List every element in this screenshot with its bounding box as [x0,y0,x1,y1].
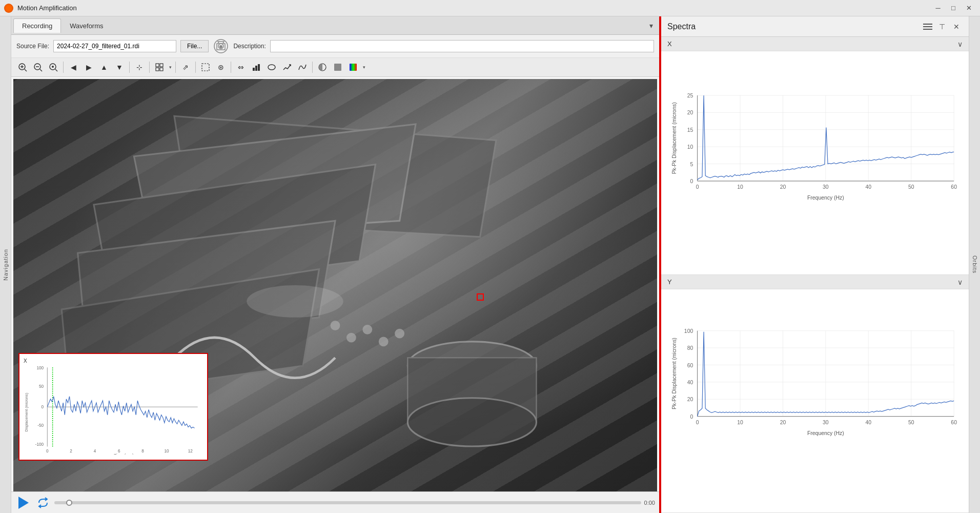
svg-text:100: 100 [36,366,44,370]
play-triangle-icon [18,497,29,509]
bar-chart-icon [252,63,261,72]
oval-button[interactable] [264,60,279,74]
select-icon [201,63,210,72]
zoom-fit-button[interactable] [46,60,60,74]
y-spectrum-svg: 0 20 40 60 80 100 0 10 20 30 40 50 60 [665,293,965,512]
time-label: 0:00 [644,500,655,506]
source-file-input[interactable] [53,40,176,52]
spectra-close-button[interactable]: ✕ [950,21,963,33]
svg-rect-20 [258,64,260,71]
pan-right-button[interactable]: ▶ [81,60,96,74]
svg-point-31 [379,337,389,346]
svg-text:10: 10 [164,449,169,453]
svg-text:12: 12 [188,449,193,453]
svg-text:10: 10 [737,420,743,425]
gray-icon [333,63,342,72]
toolbar-separator-6 [231,62,231,73]
svg-text:0: 0 [696,420,699,425]
progress-bar[interactable] [54,501,641,504]
file-button[interactable]: File... [180,40,209,52]
video-background: X 100 50 0 -50 -100 [13,79,657,491]
svg-text:40: 40 [865,420,871,425]
compass-button[interactable]: ⊛ [214,60,228,74]
trend-button[interactable] [280,60,294,74]
svg-text:15: 15 [687,127,693,133]
svg-text:-100: -100 [35,442,44,447]
heat-icon [349,63,358,72]
svg-line-6 [25,69,27,71]
svg-text:Pk-Pk Displacement (microns): Pk-Pk Displacement (microns) [671,338,677,409]
svg-text:30: 30 [823,184,829,190]
gray-button[interactable] [331,60,345,74]
x-chevron-icon[interactable]: ∨ [957,40,963,48]
camera-icon-button[interactable] [213,38,229,54]
heat-dropdown[interactable]: ▾ [361,60,366,74]
svg-rect-18 [253,68,255,71]
y-chart-group: Y ∨ [661,275,969,513]
nav-strip: Navigation [0,16,11,513]
select-button[interactable] [198,60,213,74]
pan-up-button[interactable]: ▲ [97,60,111,74]
svg-text:0: 0 [46,449,49,453]
maximize-button[interactable]: □ [946,3,961,14]
svg-point-11 [52,66,54,68]
curve-button[interactable] [295,60,310,74]
tab-waveforms[interactable]: Waveforms [61,18,112,33]
svg-text:0: 0 [690,414,693,420]
close-button[interactable]: ✕ [962,3,976,14]
grid-button[interactable] [152,60,167,74]
toolbar-separator-2 [129,62,130,73]
svg-text:2: 2 [70,449,72,453]
video-container: X 100 50 0 -50 -100 [13,79,657,491]
play-button[interactable] [15,495,32,511]
source-file-label: Source File: [16,43,49,50]
svg-point-29 [346,333,356,343]
right-nav-strip: Orbits [969,16,980,513]
arrow-button[interactable]: ⇗ [178,60,193,74]
pin-button[interactable]: ⊹ [132,60,147,74]
inset-chart-area: 100 50 0 -50 -100 0 2 4 6 8 10 [24,365,203,455]
zoom-in-button[interactable] [15,60,30,74]
zoom-fit-icon [49,63,58,72]
spectra-title: Spectra [667,22,922,31]
svg-text:25: 25 [687,93,693,98]
description-input[interactable] [270,40,654,52]
pan-down-button[interactable]: ▼ [112,60,127,74]
bar-chart-button[interactable] [249,60,263,74]
loop-button[interactable] [35,495,51,511]
zoom-in-icon [18,63,27,72]
toolbar-separator-4 [175,62,176,73]
spectra-pin-button[interactable]: ⊤ [936,21,948,33]
svg-point-2 [219,45,222,48]
tab-dropdown-button[interactable]: ▾ [645,19,657,32]
svg-text:20: 20 [780,184,786,190]
heat-button[interactable] [346,60,360,74]
tab-recording[interactable]: Recording [13,18,61,33]
zoom-out-button[interactable] [31,60,45,74]
spectra-menu-button[interactable] [922,21,934,33]
camera-icon [214,39,228,53]
nav-strip-label: Navigation [3,249,9,281]
pan-left-button[interactable]: ◀ [66,60,80,74]
color-button[interactable] [315,60,330,74]
source-row: Source File: File... Description: [11,35,659,58]
svg-text:20: 20 [687,397,693,402]
minimize-button[interactable]: ─ [931,3,945,14]
y-chevron-icon[interactable]: ∨ [957,278,963,286]
app-title: Motion Amplification [17,4,931,12]
svg-line-12 [55,69,57,71]
curve-icon [298,63,307,72]
pan-button[interactable]: ⇔ [234,60,248,74]
svg-text:20: 20 [687,110,693,115]
toolbar-separator-3 [149,62,150,73]
x-spectrum-svg: 0 5 10 15 20 25 0 10 20 30 40 50 60 [665,55,965,274]
svg-point-32 [395,329,404,339]
grid-dropdown[interactable]: ▾ [168,60,173,74]
svg-text:5: 5 [690,162,693,167]
svg-text:60: 60 [951,420,957,425]
toolbar: ◀ ▶ ▲ ▼ ⊹ ▾ ⇗ [11,58,659,77]
y-chart-label: Y [667,278,957,286]
svg-text:6: 6 [118,449,120,453]
x-chart-header: X ∨ [661,37,969,51]
red-selection-box [477,293,484,301]
